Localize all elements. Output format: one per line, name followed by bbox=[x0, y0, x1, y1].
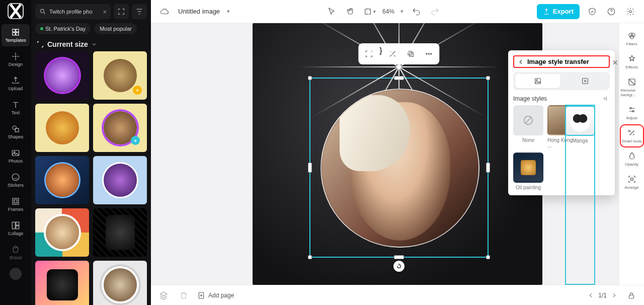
chip-mostpopular[interactable]: Most popular bbox=[95, 23, 137, 34]
label: Stickers bbox=[8, 183, 24, 188]
resize-handle[interactable] bbox=[394, 76, 404, 80]
panel-title-row: Image style transfer ✕ bbox=[513, 55, 610, 68]
nav-upload[interactable]: Upload bbox=[2, 72, 30, 95]
nav-frames[interactable]: Frames bbox=[2, 193, 30, 215]
rail-filters[interactable]: Filters bbox=[621, 28, 643, 49]
svg-point-22 bbox=[426, 53, 427, 54]
add-page[interactable]: Add page bbox=[197, 291, 234, 299]
rail-arrange[interactable]: Arrange bbox=[621, 172, 643, 193]
nav-design[interactable]: Design bbox=[2, 48, 30, 70]
nav-stickers[interactable]: Stickers bbox=[2, 169, 30, 191]
rail-effects[interactable]: Effects bbox=[621, 51, 643, 72]
label: Text bbox=[12, 110, 20, 115]
template-thumb[interactable] bbox=[35, 51, 89, 100]
template-thumb[interactable] bbox=[35, 104, 89, 152]
resize-handle[interactable] bbox=[308, 163, 312, 173]
hand-tool[interactable] bbox=[344, 5, 357, 18]
crop-icon bbox=[36, 40, 44, 48]
nav-photos[interactable]: Photos bbox=[2, 145, 30, 167]
chevron-down-icon[interactable]: ▾ bbox=[400, 8, 404, 15]
help-icon[interactable] bbox=[605, 5, 618, 18]
resize-handle[interactable] bbox=[486, 76, 490, 80]
nav-brand[interactable]: Brand bbox=[2, 242, 30, 264]
style-oil[interactable]: Oil painting bbox=[513, 152, 543, 190]
portrait-image[interactable] bbox=[320, 89, 479, 248]
search-icon bbox=[39, 8, 46, 15]
svg-point-23 bbox=[429, 53, 430, 54]
volume-icon[interactable] bbox=[603, 95, 610, 102]
resize-handle[interactable] bbox=[308, 255, 312, 259]
template-thumb[interactable]: + bbox=[93, 104, 147, 152]
label: Collage bbox=[8, 231, 24, 236]
template-search[interactable]: Twitch profile pho × bbox=[35, 4, 111, 19]
svg-point-16 bbox=[40, 9, 44, 13]
nav-more[interactable] bbox=[10, 268, 22, 280]
clear-search-icon[interactable]: × bbox=[103, 8, 107, 16]
undo-button[interactable] bbox=[410, 5, 423, 18]
rail-adjust[interactable]: Adjust bbox=[621, 102, 643, 123]
nav-shapes[interactable]: Shapes bbox=[2, 121, 30, 143]
nav-collage[interactable]: Collage bbox=[2, 217, 30, 240]
nav-templates[interactable]: Templates bbox=[2, 24, 30, 46]
cloud-icon[interactable] bbox=[158, 5, 171, 18]
lock-icon[interactable] bbox=[625, 289, 638, 302]
canvas[interactable]: } bbox=[151, 23, 644, 285]
resize-handle[interactable] bbox=[486, 255, 490, 259]
label: Photos bbox=[9, 159, 23, 164]
image-style-panel: Image style transfer ✕ Image styles None… bbox=[508, 50, 615, 195]
style-manga[interactable]: Manga bbox=[565, 105, 595, 285]
template-thumb[interactable] bbox=[35, 208, 89, 257]
template-thumb[interactable] bbox=[35, 261, 89, 305]
template-thumb[interactable]: + bbox=[93, 51, 147, 100]
rotate-handle[interactable] bbox=[393, 261, 405, 272]
artboard[interactable]: } bbox=[253, 23, 542, 285]
topbar: Untitled image ▾ ▾ 64% ▾ Export bbox=[151, 0, 644, 23]
svg-point-5 bbox=[15, 56, 16, 57]
rail-smart-tools[interactable]: Smart tools bbox=[621, 125, 643, 146]
cursor-tool[interactable] bbox=[325, 5, 338, 18]
prev-page[interactable] bbox=[587, 292, 594, 299]
resize-handle[interactable] bbox=[394, 255, 404, 259]
rail-remove-bg[interactable]: Remove backgr... bbox=[621, 74, 643, 100]
export-button[interactable]: Export bbox=[537, 4, 580, 19]
search-value: Twitch profile pho bbox=[49, 9, 93, 15]
label: Upload bbox=[9, 86, 23, 91]
label: Design bbox=[9, 62, 23, 67]
left-nav: Templates Design Upload Text Shapes Phot… bbox=[0, 0, 31, 305]
template-thumb[interactable] bbox=[35, 156, 89, 204]
svg-point-19 bbox=[629, 10, 632, 13]
scan-button[interactable] bbox=[114, 4, 129, 19]
trash-icon[interactable] bbox=[177, 289, 190, 302]
svg-rect-13 bbox=[12, 222, 15, 229]
svg-rect-21 bbox=[410, 53, 414, 57]
shield-icon[interactable] bbox=[586, 5, 599, 18]
rail-opacity[interactable]: Opacity bbox=[621, 148, 643, 170]
svg-rect-25 bbox=[535, 79, 541, 84]
zoom-value[interactable]: 64% bbox=[382, 8, 394, 15]
layers-icon[interactable] bbox=[157, 289, 170, 302]
settings-icon[interactable] bbox=[624, 5, 637, 18]
nav-templates-label: Templates bbox=[5, 38, 26, 43]
close-icon[interactable]: ✕ bbox=[610, 57, 620, 67]
style-none[interactable]: None bbox=[513, 105, 543, 148]
resize-handle[interactable] bbox=[308, 76, 312, 80]
panel-title: Image style transfer bbox=[527, 58, 589, 65]
template-thumb[interactable] bbox=[93, 261, 147, 305]
size-section[interactable]: Current size bbox=[31, 38, 151, 51]
svg-rect-20 bbox=[408, 51, 412, 55]
doc-title[interactable]: Untitled image bbox=[178, 8, 220, 15]
template-thumb[interactable] bbox=[93, 208, 147, 257]
resize-handle[interactable] bbox=[486, 163, 490, 173]
template-thumb[interactable] bbox=[93, 156, 147, 204]
tab-upload[interactable] bbox=[562, 74, 608, 88]
next-page[interactable] bbox=[611, 292, 618, 299]
chevron-down-icon[interactable]: ▾ bbox=[227, 8, 230, 15]
nav-text[interactable]: Text bbox=[2, 97, 30, 119]
chevron-left-icon[interactable] bbox=[517, 58, 524, 65]
svg-rect-35 bbox=[630, 178, 633, 181]
selection-box[interactable]: } bbox=[309, 78, 489, 258]
panel-tabs bbox=[513, 72, 610, 90]
tab-preset[interactable] bbox=[515, 74, 560, 88]
chip-stpatrick[interactable]: St. Patrick's Day bbox=[35, 23, 91, 34]
filter-button[interactable] bbox=[132, 4, 147, 19]
